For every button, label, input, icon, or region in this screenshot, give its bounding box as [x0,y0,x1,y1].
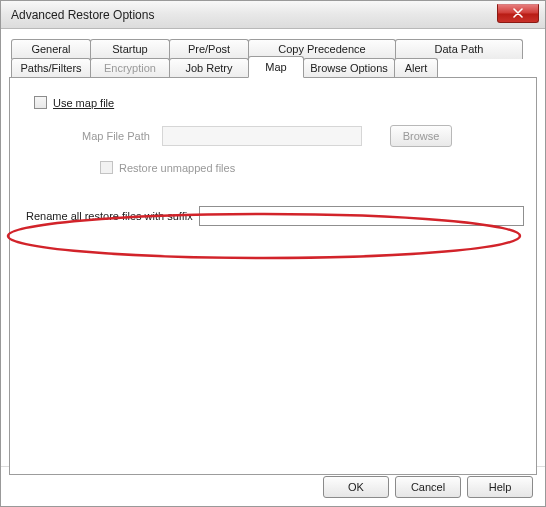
tab-pre-post[interactable]: Pre/Post [169,39,249,59]
map-file-path-input [162,126,362,146]
rename-suffix-input[interactable] [199,206,524,226]
restore-unmapped-checkbox [100,161,113,174]
tab-paths-filters[interactable]: Paths/Filters [11,58,91,78]
help-button[interactable]: Help [467,476,533,498]
title-bar: Advanced Restore Options [1,1,545,29]
rename-suffix-label: Rename all restore files with suffix [26,210,193,222]
tab-map[interactable]: Map [248,56,304,78]
cancel-button[interactable]: Cancel [395,476,461,498]
tab-encryption[interactable]: Encryption [90,58,170,78]
map-file-path-label: Map File Path [82,130,162,142]
tab-browse-options[interactable]: Browse Options [303,58,395,78]
browse-button: Browse [390,125,452,147]
window-title: Advanced Restore Options [11,8,154,22]
use-map-file-label: Use map file [53,97,114,109]
tab-page-map: Use map file Map File Path Browse Restor… [9,77,537,475]
client-area: General Startup Pre/Post Copy Precedence… [1,29,545,466]
use-map-file-checkbox[interactable] [34,96,47,109]
rename-suffix-row: Rename all restore files with suffix [26,206,524,226]
use-map-file-row: Use map file [34,96,524,109]
tab-job-retry[interactable]: Job Retry [169,58,249,78]
tab-data-path[interactable]: Data Path [395,39,523,59]
map-file-path-row: Map File Path Browse [82,125,524,147]
tab-startup[interactable]: Startup [90,39,170,59]
tab-alert[interactable]: Alert [394,58,438,78]
tab-general[interactable]: General [11,39,91,59]
restore-unmapped-label: Restore unmapped files [119,162,235,174]
close-icon [513,8,523,20]
ok-button[interactable]: OK [323,476,389,498]
close-button[interactable] [497,4,539,23]
tab-control: General Startup Pre/Post Copy Precedence… [9,39,537,475]
restore-unmapped-row: Restore unmapped files [100,161,524,174]
